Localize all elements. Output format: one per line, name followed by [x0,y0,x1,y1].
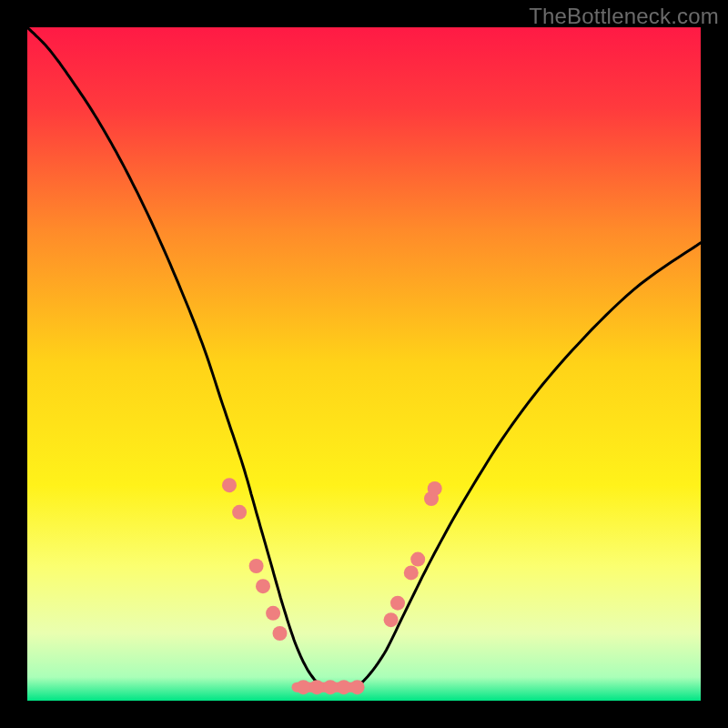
curve-marker [410,552,425,567]
curve-marker [323,680,338,694]
curve-marker [296,680,310,694]
curve-marker [384,612,399,627]
chart-frame [27,27,701,701]
curve-marker [232,505,247,520]
curve-marker [404,565,419,580]
chart-canvas [27,27,701,701]
curve-marker [390,596,405,611]
curve-marker [266,606,280,621]
curve-marker [428,481,442,496]
curve-marker [309,680,324,694]
curve-marker [256,579,270,593]
watermark-text: TheBottleneck.com [529,4,719,29]
gradient-background [27,27,701,701]
curve-marker [273,626,288,641]
curve-marker [222,478,237,492]
curve-marker [249,559,264,573]
curve-marker [337,680,351,694]
curve-marker [350,680,365,694]
